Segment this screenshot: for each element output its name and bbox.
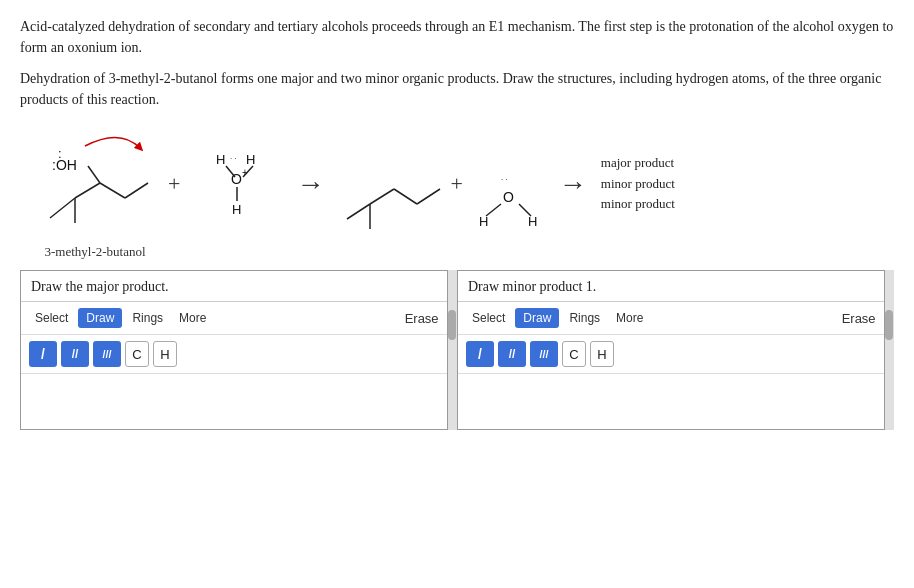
draw-panels: Draw the major product. Select Draw Ring… <box>20 270 894 430</box>
draw-panel-major: Draw the major product. Select Draw Ring… <box>20 270 448 430</box>
paragraph-2: Dehydration of 3-methyl-2-butanol forms … <box>20 68 894 110</box>
panel1-scroll-thumb[interactable] <box>448 310 456 340</box>
page-content: Acid-catalyzed dehydration of secondary … <box>0 0 914 440</box>
panel1-toolbar: Select Draw Rings More Erase <box>21 302 447 335</box>
product1-svg <box>332 144 442 244</box>
svg-text:H: H <box>479 214 488 229</box>
panel1-more-btn[interactable]: More <box>173 309 212 327</box>
panel2-scrollbar[interactable] <box>885 270 894 430</box>
panel2-rings-btn[interactable]: Rings <box>563 309 606 327</box>
panel2-draw-btn[interactable]: Draw <box>515 308 559 328</box>
panel2-bond-toolbar: / // /// C H <box>458 335 884 374</box>
water-svg: · · O H H <box>471 144 551 244</box>
molecule-water: · · O H H <box>471 144 551 244</box>
draw-panel-minor1: Draw minor product 1. Select Draw Rings … <box>457 270 885 430</box>
minor-product-label-2: minor product <box>601 194 675 215</box>
reaction-arrow-2: → <box>559 168 587 220</box>
panel1-scrollbar[interactable] <box>448 270 457 430</box>
svg-line-7 <box>125 183 148 198</box>
panel2-carbon-btn[interactable]: C <box>562 341 586 367</box>
panel1-rings-btn[interactable]: Rings <box>126 309 169 327</box>
molecule1-label: 3-methyl-2-butanol <box>44 244 145 260</box>
molecule-h3o-plus: H · · H O + H <box>188 139 288 249</box>
reaction-arrow-1: → <box>296 168 324 220</box>
panel1-erase-btn[interactable]: Erase <box>405 311 439 326</box>
svg-line-4 <box>75 183 100 198</box>
svg-text:·  ·: · · <box>501 175 508 184</box>
panel2-canvas[interactable] <box>458 374 884 429</box>
panel2-select-btn[interactable]: Select <box>466 309 511 327</box>
panel2-single-bond-btn[interactable]: / <box>466 341 494 367</box>
molecule1-svg: : :OH <box>30 128 160 238</box>
svg-text:·  ·: · · <box>230 154 237 163</box>
svg-text:H: H <box>528 214 537 229</box>
panel2-toolbar: Select Draw Rings More Erase <box>458 302 884 335</box>
panel2-more-btn[interactable]: More <box>610 309 649 327</box>
panel1-bond-toolbar: / // /// C H <box>21 335 447 374</box>
molecule-product1 <box>332 144 442 244</box>
plus-sign-2: + <box>450 171 462 217</box>
product-labels: major product minor product minor produc… <box>601 153 675 235</box>
panel2-double-bond-btn[interactable]: // <box>498 341 526 367</box>
reaction-diagram: : :OH <box>30 128 894 260</box>
panel1-single-bond-btn[interactable]: / <box>29 341 57 367</box>
panel1-title: Draw the major product. <box>21 271 447 302</box>
svg-line-21 <box>417 189 440 204</box>
minor-product-label-1: minor product <box>601 174 675 195</box>
panel1-canvas[interactable] <box>21 374 447 429</box>
panel1-hydrogen-btn[interactable]: H <box>153 341 177 367</box>
molecule-3methyl2butanol: : :OH <box>30 128 160 260</box>
panel2-triple-bond-btn[interactable]: /// <box>530 341 558 367</box>
svg-text:H: H <box>246 152 255 167</box>
svg-text:O: O <box>503 189 514 205</box>
major-product-label: major product <box>601 153 675 174</box>
panel2-erase-btn[interactable]: Erase <box>842 311 876 326</box>
paragraph-1: Acid-catalyzed dehydration of secondary … <box>20 16 894 58</box>
molecule2-svg: H · · H O + H <box>188 139 288 249</box>
svg-line-19 <box>370 189 394 204</box>
panel1-draw-btn[interactable]: Draw <box>78 308 122 328</box>
svg-text::OH: :OH <box>52 157 77 173</box>
svg-line-5 <box>88 166 100 183</box>
panel1-triple-bond-btn[interactable]: /// <box>93 341 121 367</box>
panel1-double-bond-btn[interactable]: // <box>61 341 89 367</box>
svg-line-20 <box>394 189 417 204</box>
svg-line-2 <box>50 198 75 218</box>
panel2-hydrogen-btn[interactable]: H <box>590 341 614 367</box>
panel1-select-btn[interactable]: Select <box>29 309 74 327</box>
panel1-carbon-btn[interactable]: C <box>125 341 149 367</box>
svg-text:H: H <box>216 152 225 167</box>
svg-line-17 <box>347 204 370 219</box>
svg-line-6 <box>100 183 125 198</box>
svg-text:H: H <box>232 202 241 217</box>
panel2-scroll-thumb[interactable] <box>885 310 893 340</box>
panel2-title: Draw minor product 1. <box>458 271 884 302</box>
plus-sign-1: + <box>168 171 180 217</box>
